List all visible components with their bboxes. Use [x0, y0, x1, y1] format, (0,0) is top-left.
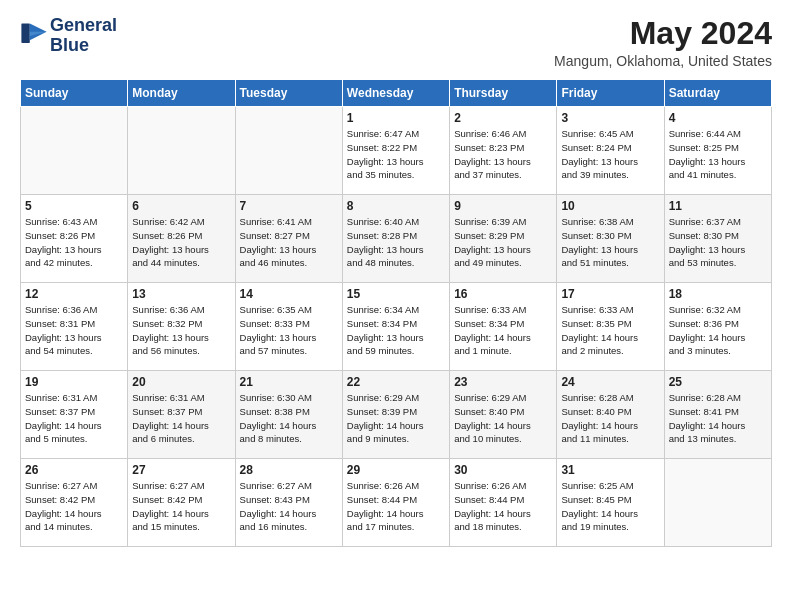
day-number: 19 [25, 375, 123, 389]
calendar-cell: 14Sunrise: 6:35 AMSunset: 8:33 PMDayligh… [235, 283, 342, 371]
logo-text: General Blue [50, 16, 117, 56]
day-info: Sunrise: 6:33 AMSunset: 8:35 PMDaylight:… [561, 303, 659, 358]
calendar-header-monday: Monday [128, 80, 235, 107]
calendar-cell: 22Sunrise: 6:29 AMSunset: 8:39 PMDayligh… [342, 371, 449, 459]
day-info: Sunrise: 6:34 AMSunset: 8:34 PMDaylight:… [347, 303, 445, 358]
calendar-cell: 18Sunrise: 6:32 AMSunset: 8:36 PMDayligh… [664, 283, 771, 371]
day-number: 25 [669, 375, 767, 389]
location: Mangum, Oklahoma, United States [554, 53, 772, 69]
day-number: 4 [669, 111, 767, 125]
calendar-header-saturday: Saturday [664, 80, 771, 107]
calendar-header-row: SundayMondayTuesdayWednesdayThursdayFrid… [21, 80, 772, 107]
page: General Blue May 2024 Mangum, Oklahoma, … [0, 0, 792, 563]
day-info: Sunrise: 6:26 AMSunset: 8:44 PMDaylight:… [347, 479, 445, 534]
calendar-cell: 5Sunrise: 6:43 AMSunset: 8:26 PMDaylight… [21, 195, 128, 283]
day-number: 28 [240, 463, 338, 477]
day-info: Sunrise: 6:25 AMSunset: 8:45 PMDaylight:… [561, 479, 659, 534]
calendar-cell: 21Sunrise: 6:30 AMSunset: 8:38 PMDayligh… [235, 371, 342, 459]
day-number: 13 [132, 287, 230, 301]
day-number: 6 [132, 199, 230, 213]
calendar-cell [235, 107, 342, 195]
calendar-cell: 27Sunrise: 6:27 AMSunset: 8:42 PMDayligh… [128, 459, 235, 547]
day-number: 22 [347, 375, 445, 389]
calendar-cell: 11Sunrise: 6:37 AMSunset: 8:30 PMDayligh… [664, 195, 771, 283]
calendar-week-row: 1Sunrise: 6:47 AMSunset: 8:22 PMDaylight… [21, 107, 772, 195]
day-number: 30 [454, 463, 552, 477]
calendar-cell: 30Sunrise: 6:26 AMSunset: 8:44 PMDayligh… [450, 459, 557, 547]
calendar-cell: 1Sunrise: 6:47 AMSunset: 8:22 PMDaylight… [342, 107, 449, 195]
logo: General Blue [20, 16, 117, 56]
day-number: 7 [240, 199, 338, 213]
calendar-cell: 15Sunrise: 6:34 AMSunset: 8:34 PMDayligh… [342, 283, 449, 371]
calendar-header-friday: Friday [557, 80, 664, 107]
day-info: Sunrise: 6:41 AMSunset: 8:27 PMDaylight:… [240, 215, 338, 270]
day-info: Sunrise: 6:27 AMSunset: 8:42 PMDaylight:… [25, 479, 123, 534]
day-info: Sunrise: 6:27 AMSunset: 8:43 PMDaylight:… [240, 479, 338, 534]
calendar-cell: 16Sunrise: 6:33 AMSunset: 8:34 PMDayligh… [450, 283, 557, 371]
day-number: 26 [25, 463, 123, 477]
calendar-cell: 12Sunrise: 6:36 AMSunset: 8:31 PMDayligh… [21, 283, 128, 371]
calendar-week-row: 19Sunrise: 6:31 AMSunset: 8:37 PMDayligh… [21, 371, 772, 459]
day-info: Sunrise: 6:31 AMSunset: 8:37 PMDaylight:… [25, 391, 123, 446]
day-info: Sunrise: 6:32 AMSunset: 8:36 PMDaylight:… [669, 303, 767, 358]
calendar-cell [664, 459, 771, 547]
day-info: Sunrise: 6:36 AMSunset: 8:32 PMDaylight:… [132, 303, 230, 358]
calendar-cell: 8Sunrise: 6:40 AMSunset: 8:28 PMDaylight… [342, 195, 449, 283]
day-info: Sunrise: 6:26 AMSunset: 8:44 PMDaylight:… [454, 479, 552, 534]
day-info: Sunrise: 6:28 AMSunset: 8:40 PMDaylight:… [561, 391, 659, 446]
calendar: SundayMondayTuesdayWednesdayThursdayFrid… [20, 79, 772, 547]
day-info: Sunrise: 6:39 AMSunset: 8:29 PMDaylight:… [454, 215, 552, 270]
day-info: Sunrise: 6:40 AMSunset: 8:28 PMDaylight:… [347, 215, 445, 270]
calendar-cell: 19Sunrise: 6:31 AMSunset: 8:37 PMDayligh… [21, 371, 128, 459]
calendar-cell: 26Sunrise: 6:27 AMSunset: 8:42 PMDayligh… [21, 459, 128, 547]
calendar-cell: 13Sunrise: 6:36 AMSunset: 8:32 PMDayligh… [128, 283, 235, 371]
calendar-cell: 17Sunrise: 6:33 AMSunset: 8:35 PMDayligh… [557, 283, 664, 371]
day-info: Sunrise: 6:47 AMSunset: 8:22 PMDaylight:… [347, 127, 445, 182]
day-number: 8 [347, 199, 445, 213]
calendar-week-row: 26Sunrise: 6:27 AMSunset: 8:42 PMDayligh… [21, 459, 772, 547]
title-block: May 2024 Mangum, Oklahoma, United States [554, 16, 772, 69]
calendar-cell: 9Sunrise: 6:39 AMSunset: 8:29 PMDaylight… [450, 195, 557, 283]
day-info: Sunrise: 6:28 AMSunset: 8:41 PMDaylight:… [669, 391, 767, 446]
day-info: Sunrise: 6:29 AMSunset: 8:39 PMDaylight:… [347, 391, 445, 446]
day-number: 9 [454, 199, 552, 213]
day-info: Sunrise: 6:33 AMSunset: 8:34 PMDaylight:… [454, 303, 552, 358]
day-number: 17 [561, 287, 659, 301]
day-info: Sunrise: 6:37 AMSunset: 8:30 PMDaylight:… [669, 215, 767, 270]
day-number: 1 [347, 111, 445, 125]
day-number: 11 [669, 199, 767, 213]
calendar-header-thursday: Thursday [450, 80, 557, 107]
header: General Blue May 2024 Mangum, Oklahoma, … [20, 16, 772, 69]
calendar-cell [128, 107, 235, 195]
day-number: 27 [132, 463, 230, 477]
day-info: Sunrise: 6:46 AMSunset: 8:23 PMDaylight:… [454, 127, 552, 182]
day-info: Sunrise: 6:38 AMSunset: 8:30 PMDaylight:… [561, 215, 659, 270]
day-info: Sunrise: 6:27 AMSunset: 8:42 PMDaylight:… [132, 479, 230, 534]
day-number: 2 [454, 111, 552, 125]
day-number: 18 [669, 287, 767, 301]
day-info: Sunrise: 6:36 AMSunset: 8:31 PMDaylight:… [25, 303, 123, 358]
calendar-cell: 25Sunrise: 6:28 AMSunset: 8:41 PMDayligh… [664, 371, 771, 459]
day-number: 16 [454, 287, 552, 301]
day-number: 24 [561, 375, 659, 389]
day-number: 3 [561, 111, 659, 125]
day-info: Sunrise: 6:44 AMSunset: 8:25 PMDaylight:… [669, 127, 767, 182]
day-number: 15 [347, 287, 445, 301]
calendar-header-sunday: Sunday [21, 80, 128, 107]
day-info: Sunrise: 6:29 AMSunset: 8:40 PMDaylight:… [454, 391, 552, 446]
calendar-cell: 3Sunrise: 6:45 AMSunset: 8:24 PMDaylight… [557, 107, 664, 195]
day-info: Sunrise: 6:43 AMSunset: 8:26 PMDaylight:… [25, 215, 123, 270]
calendar-header-tuesday: Tuesday [235, 80, 342, 107]
calendar-cell: 29Sunrise: 6:26 AMSunset: 8:44 PMDayligh… [342, 459, 449, 547]
calendar-header-wednesday: Wednesday [342, 80, 449, 107]
logo-icon [20, 22, 48, 50]
day-info: Sunrise: 6:35 AMSunset: 8:33 PMDaylight:… [240, 303, 338, 358]
calendar-cell: 7Sunrise: 6:41 AMSunset: 8:27 PMDaylight… [235, 195, 342, 283]
calendar-cell: 6Sunrise: 6:42 AMSunset: 8:26 PMDaylight… [128, 195, 235, 283]
calendar-cell: 4Sunrise: 6:44 AMSunset: 8:25 PMDaylight… [664, 107, 771, 195]
day-number: 23 [454, 375, 552, 389]
calendar-cell: 23Sunrise: 6:29 AMSunset: 8:40 PMDayligh… [450, 371, 557, 459]
day-info: Sunrise: 6:42 AMSunset: 8:26 PMDaylight:… [132, 215, 230, 270]
calendar-week-row: 5Sunrise: 6:43 AMSunset: 8:26 PMDaylight… [21, 195, 772, 283]
day-number: 12 [25, 287, 123, 301]
